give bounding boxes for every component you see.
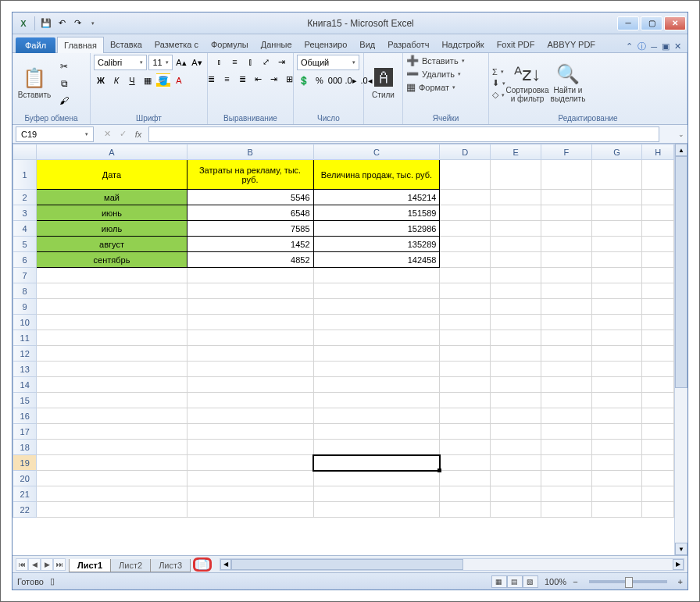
tab-abbyy pdf[interactable]: ABBYY PDF — [541, 37, 602, 52]
scroll-up-icon[interactable]: ▲ — [675, 144, 688, 156]
cell[interactable] — [440, 408, 491, 424]
cell[interactable] — [541, 283, 591, 299]
cell[interactable] — [491, 362, 541, 377]
view-page-layout-icon[interactable]: ▤ — [507, 575, 523, 588]
align-bottom-icon[interactable]: ⫿ — [244, 55, 258, 69]
cell[interactable] — [642, 377, 674, 393]
cell[interactable] — [313, 315, 440, 330]
cell[interactable]: Дата — [37, 160, 187, 190]
cell[interactable] — [491, 160, 541, 190]
cell[interactable] — [491, 190, 541, 205]
cell[interactable] — [642, 330, 674, 346]
formula-bar-expand-icon[interactable]: ⌄ — [675, 130, 688, 138]
ribbon-minimize-icon[interactable]: ⌃ — [626, 41, 633, 52]
autosum-button[interactable]: Σ ▾ — [492, 67, 505, 77]
tab-надстройк[interactable]: Надстройк — [435, 37, 490, 52]
cell[interactable] — [541, 205, 591, 221]
cell[interactable] — [440, 471, 491, 486]
cell[interactable] — [591, 455, 642, 471]
cell[interactable] — [37, 408, 187, 424]
cell[interactable] — [313, 377, 440, 393]
cell[interactable] — [313, 486, 440, 502]
cell[interactable] — [541, 471, 591, 486]
sheet-nav-first-icon[interactable]: ⏮ — [16, 558, 28, 571]
cell[interactable] — [440, 268, 491, 283]
clear-button[interactable]: ◇ ▾ — [492, 90, 505, 100]
font-name-select[interactable]: Calibri▾ — [94, 55, 147, 70]
cell[interactable] — [491, 377, 541, 393]
zoom-level[interactable]: 100% — [545, 577, 566, 586]
cell[interactable] — [491, 471, 541, 486]
cell[interactable] — [313, 408, 440, 424]
cell[interactable] — [187, 471, 313, 486]
tab-file[interactable]: Файл — [16, 37, 55, 53]
cell[interactable] — [37, 330, 187, 346]
cell[interactable] — [642, 237, 674, 252]
cell[interactable] — [37, 299, 187, 315]
fx-icon[interactable]: fx — [131, 127, 145, 141]
cell[interactable] — [642, 440, 674, 455]
fx-accept-icon[interactable]: ✓ — [116, 127, 130, 141]
cell[interactable] — [440, 315, 491, 330]
indent-dec-icon[interactable]: ⇤ — [252, 72, 266, 86]
cell[interactable] — [37, 424, 187, 440]
cell[interactable] — [37, 346, 187, 362]
cell[interactable] — [541, 330, 591, 346]
spreadsheet-grid[interactable]: ABCDEFGH 1ДатаЗатраты на рекламу, тыс. р… — [12, 144, 674, 518]
cell[interactable] — [491, 455, 541, 471]
row-header[interactable]: 11 — [13, 330, 37, 346]
cut-icon[interactable]: ✂ — [56, 59, 72, 74]
cell[interactable] — [187, 315, 313, 330]
cell[interactable]: 7585 — [187, 221, 313, 237]
currency-icon[interactable]: 💲 — [297, 73, 311, 87]
cell[interactable] — [591, 221, 642, 237]
cell[interactable] — [642, 362, 674, 377]
cell[interactable] — [642, 268, 674, 283]
cell[interactable] — [591, 440, 642, 455]
cell[interactable] — [591, 408, 642, 424]
cell[interactable] — [491, 315, 541, 330]
cell[interactable] — [313, 502, 440, 518]
cell[interactable] — [541, 315, 591, 330]
row-header[interactable]: 8 — [13, 283, 37, 299]
row-header[interactable]: 17 — [13, 424, 37, 440]
view-normal-icon[interactable]: ▦ — [491, 575, 507, 588]
indent-inc-icon[interactable]: ⇥ — [267, 72, 281, 86]
cell[interactable] — [187, 299, 313, 315]
cell[interactable] — [591, 486, 642, 502]
cell[interactable]: 5546 — [187, 190, 313, 205]
number-format-select[interactable]: Общий▾ — [297, 55, 359, 70]
row-header[interactable]: 22 — [13, 502, 37, 518]
cell[interactable] — [491, 268, 541, 283]
cell[interactable] — [541, 160, 591, 190]
sheet-nav-next-icon[interactable]: ▶ — [41, 558, 53, 571]
cell[interactable] — [37, 283, 187, 299]
cell[interactable] — [187, 502, 313, 518]
align-center-icon[interactable]: ≡ — [220, 72, 234, 86]
cell[interactable] — [440, 190, 491, 205]
cell[interactable] — [440, 440, 491, 455]
cell[interactable] — [491, 408, 541, 424]
tab-главная[interactable]: Главная — [57, 37, 104, 53]
cell[interactable] — [541, 377, 591, 393]
cell[interactable] — [37, 455, 187, 471]
align-left-icon[interactable]: ≣ — [205, 72, 219, 86]
tab-вставка[interactable]: Вставка — [104, 37, 148, 52]
align-right-icon[interactable]: ≣ — [236, 72, 250, 86]
cell[interactable] — [313, 362, 440, 377]
styles-button[interactable]: 🅰 Стили — [367, 58, 399, 109]
cell[interactable] — [187, 408, 313, 424]
cell[interactable] — [440, 393, 491, 408]
cell[interactable] — [440, 237, 491, 252]
cell[interactable] — [642, 455, 674, 471]
cell[interactable] — [313, 299, 440, 315]
cell[interactable] — [642, 346, 674, 362]
border-button[interactable]: ▦ — [141, 73, 155, 87]
cell[interactable]: Величина продаж, тыс. руб. — [313, 160, 440, 190]
cell[interactable] — [491, 424, 541, 440]
cell[interactable]: Затраты на рекламу, тыс. руб. — [187, 160, 313, 190]
cell[interactable] — [591, 424, 642, 440]
cell[interactable] — [591, 315, 642, 330]
orientation-icon[interactable]: ⤢ — [259, 55, 273, 69]
format-painter-icon[interactable]: 🖌 — [56, 93, 72, 109]
